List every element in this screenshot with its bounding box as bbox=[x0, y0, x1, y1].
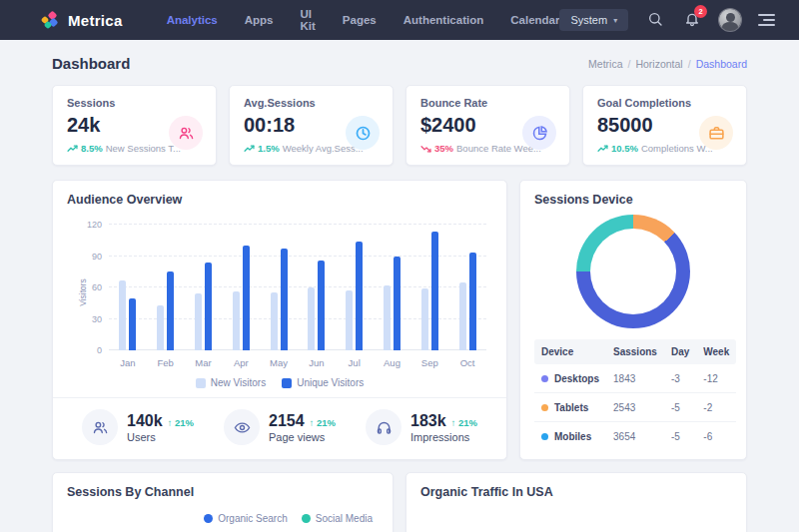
briefcase-icon bbox=[699, 116, 733, 150]
search-button[interactable] bbox=[645, 9, 665, 32]
device-table-header-day: Day bbox=[664, 339, 696, 364]
stat-card-desc: Completions W... bbox=[641, 143, 713, 154]
nav-item-authentication[interactable]: Authentication bbox=[403, 14, 484, 26]
users-icon bbox=[169, 116, 203, 150]
trend-up-icon bbox=[244, 145, 255, 153]
bar-group-may: May bbox=[271, 225, 288, 350]
stat-card-percent: 8.5% bbox=[81, 143, 103, 154]
mini-stat-value: 140k bbox=[127, 412, 163, 430]
trend-up-icon bbox=[67, 145, 78, 153]
bar-unique-visitors bbox=[318, 261, 325, 350]
mini-stat-impressions: 183k↑ 21%Impressions bbox=[366, 409, 477, 445]
bar-new-visitors bbox=[271, 292, 278, 350]
device-day: -5 bbox=[664, 393, 696, 422]
audience-overview-chart: Visitors 0306090120JanFebMarAprMayJunJul… bbox=[75, 221, 490, 372]
stat-card-percent: 35% bbox=[434, 143, 453, 154]
bar-group-apr: Apr bbox=[233, 225, 250, 350]
page-title: Dashboard bbox=[52, 55, 130, 72]
x-tick-label: Sep bbox=[421, 357, 438, 368]
brand-logo[interactable]: Metrica bbox=[42, 11, 123, 29]
clock-icon bbox=[346, 116, 380, 150]
nav-item-pages[interactable]: Pages bbox=[343, 14, 377, 26]
mini-stat-users: 140k↑ 21%Users bbox=[82, 409, 194, 445]
breadcrumb-link-metrica[interactable]: Metrica bbox=[588, 58, 622, 70]
x-tick-label: Mar bbox=[195, 357, 211, 368]
bar-unique-visitors bbox=[356, 242, 363, 350]
bar-new-visitors bbox=[308, 287, 315, 350]
y-tick-label: 30 bbox=[92, 314, 102, 324]
nav-item-apps[interactable]: Apps bbox=[245, 14, 274, 26]
page-head: Dashboard Metrica/Horizontal/Dashboard bbox=[0, 40, 799, 85]
breadcrumb-separator: / bbox=[628, 58, 631, 70]
breadcrumb-link-dashboard[interactable]: Dashboard bbox=[696, 58, 747, 70]
device-week: -2 bbox=[696, 393, 736, 422]
mini-stat-page-views: 2154↑ 21%Page views bbox=[224, 409, 336, 445]
bar-group-jul: Jul bbox=[346, 225, 363, 350]
notification-badge: 2 bbox=[694, 5, 707, 18]
breadcrumb-link-horizontal[interactable]: Horizontal bbox=[635, 58, 682, 70]
organic-traffic-card: Organic Traffic In USA + bbox=[405, 472, 747, 532]
y-tick-label: 90 bbox=[92, 252, 102, 262]
system-dropdown-label: System bbox=[570, 14, 607, 26]
stat-cards-row: Sessions24k8.5%New Sessions T...Avg.Sess… bbox=[52, 85, 747, 166]
x-tick-label: Jun bbox=[309, 357, 324, 368]
x-tick-label: May bbox=[270, 357, 288, 368]
legend-label: Social Media bbox=[316, 513, 373, 524]
legend-swatch bbox=[282, 378, 292, 388]
legend-label: Organic Search bbox=[218, 513, 287, 524]
table-row-tablets: Tablets2543-5-2 bbox=[534, 393, 736, 422]
bar-unique-visitors bbox=[205, 263, 212, 350]
x-tick-label: Jan bbox=[120, 357, 135, 368]
bar-unique-visitors bbox=[129, 298, 136, 351]
usa-map: + bbox=[406, 511, 746, 532]
sessions-by-channel-title: Sessions By Channel bbox=[67, 485, 379, 499]
legend-item-new-visitors[interactable]: New Visitors bbox=[196, 377, 266, 388]
mini-stat-label: Impressions bbox=[410, 431, 477, 443]
stat-card-sessions: Sessions24k8.5%New Sessions T... bbox=[52, 85, 217, 166]
user-avatar[interactable] bbox=[719, 9, 741, 31]
legend-swatch bbox=[302, 514, 311, 523]
bar-group-sep: Sep bbox=[421, 225, 438, 350]
organic-traffic-title: Organic Traffic In USA bbox=[420, 485, 732, 499]
device-name: Tablets bbox=[554, 402, 588, 413]
menu-toggle-button[interactable] bbox=[758, 14, 775, 26]
legend-item-organic-search[interactable]: Organic Search bbox=[204, 513, 287, 524]
device-sessions: 3654 bbox=[606, 422, 664, 451]
stat-card-goal-completions: Goal Completions8500010.5%Completions W.… bbox=[582, 85, 747, 166]
stat-card-label: Bounce Rate bbox=[420, 97, 555, 109]
stat-card-avg-sessions: Avg.Sessions00:181.5%Weekly Avg.Sess... bbox=[229, 85, 394, 166]
notifications-button[interactable]: 2 bbox=[682, 9, 702, 32]
device-sessions: 1843 bbox=[606, 364, 664, 393]
legend-swatch bbox=[204, 514, 213, 523]
breadcrumb-separator: / bbox=[688, 58, 691, 70]
x-tick-label: Oct bbox=[460, 357, 475, 368]
system-dropdown[interactable]: System ▾ bbox=[559, 9, 628, 31]
chart-legend: New VisitorsUnique Visitors bbox=[67, 377, 492, 388]
users-icon bbox=[82, 409, 118, 445]
device-day: -5 bbox=[664, 422, 696, 451]
bar-group-feb: Feb bbox=[157, 225, 174, 350]
metrica-logo-icon bbox=[42, 11, 60, 29]
stat-card-label: Goal Completions bbox=[597, 97, 732, 109]
top-navbar: Metrica AnalyticsAppsUI KitPagesAuthenti… bbox=[0, 0, 799, 40]
bar-unique-visitors bbox=[167, 271, 174, 350]
nav-item-ui-kit[interactable]: UI Kit bbox=[301, 8, 316, 32]
legend-item-social-media[interactable]: Social Media bbox=[302, 513, 373, 524]
device-table-header-week: Week bbox=[696, 339, 736, 364]
nav-item-calendar[interactable]: Calendar bbox=[510, 14, 559, 26]
y-tick-label: 120 bbox=[87, 220, 102, 230]
bar-new-visitors bbox=[384, 285, 391, 350]
search-icon bbox=[647, 11, 663, 30]
mini-stat-delta: ↑ 21% bbox=[168, 417, 194, 428]
x-tick-label: Jul bbox=[349, 357, 361, 368]
bar-unique-visitors bbox=[469, 253, 476, 350]
mini-stat-label: Users bbox=[127, 431, 194, 443]
chevron-down-icon: ▾ bbox=[613, 16, 617, 25]
audience-overview-title: Audience Overview bbox=[67, 193, 492, 207]
hamburger-icon bbox=[758, 14, 775, 16]
legend-item-unique-visitors[interactable]: Unique Visitors bbox=[282, 377, 364, 388]
x-tick-label: Apr bbox=[234, 357, 249, 368]
mini-stat-label: Page views bbox=[269, 431, 336, 443]
mini-stat-value: 2154 bbox=[269, 412, 305, 430]
nav-item-analytics[interactable]: Analytics bbox=[167, 14, 218, 26]
